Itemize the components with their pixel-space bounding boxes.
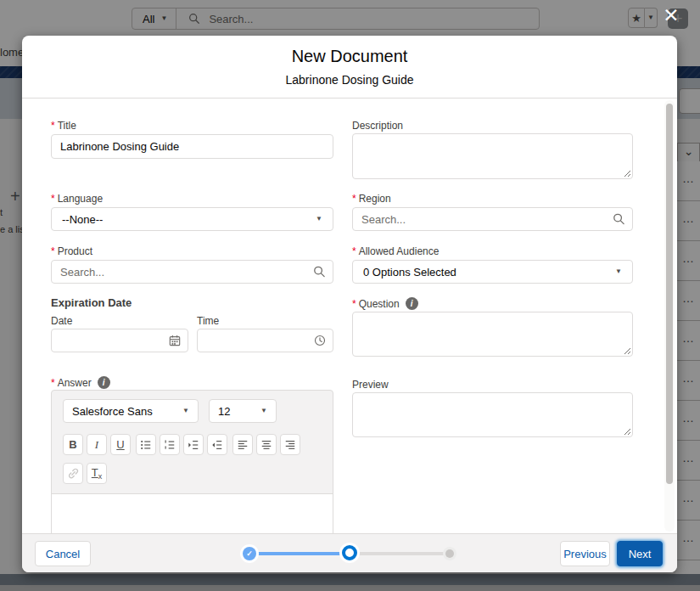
answer-rich-text-editor: Salesforce Sans ▼ 12 ▼ B I U [51,390,333,533]
preview-textarea[interactable] [352,392,633,437]
time-picker-button[interactable] [314,335,326,346]
modal-close-button[interactable]: ✕ [660,3,682,27]
font-size-select[interactable]: 12 ▼ [209,399,277,423]
info-icon[interactable]: i [98,376,110,389]
product-label: * Product [51,245,92,257]
numbered-list-icon [164,439,176,451]
modal-footer: Cancel ✓ Previous Next [22,533,677,572]
description-textarea[interactable] [352,133,633,179]
required-asterisk: * [51,120,55,132]
preview-label: Preview [352,379,389,391]
progress-step-2-current [342,545,357,560]
date-picker-button[interactable] [169,335,181,346]
bulleted-list-icon [140,439,152,451]
progress-connector-complete [253,552,344,555]
page-title: New Document [22,47,677,66]
required-asterisk: * [352,193,356,205]
language-label: * Language [51,193,103,205]
font-family-select[interactable]: Salesforce Sans ▼ [63,399,199,423]
title-input[interactable] [51,134,333,159]
clear-formatting-button[interactable]: Tx [87,463,107,484]
date-label: Date [51,315,72,327]
region-search-input[interactable] [352,207,633,231]
progress-step-3-upcoming [445,549,454,558]
modal-scrollbar-thumb[interactable] [666,104,673,484]
chevron-down-icon: ▼ [615,268,622,275]
allowed-audience-label: * Allowed Audience [352,245,439,257]
required-asterisk: * [51,193,55,205]
description-label: Description [352,120,403,132]
outdent-button[interactable] [207,434,227,455]
required-asterisk: * [352,298,356,310]
search-icon [613,213,625,226]
align-center-button[interactable] [256,434,277,455]
chevron-down-icon: ▼ [316,216,322,222]
answer-content-area[interactable] [52,493,333,533]
required-asterisk: * [51,245,55,257]
search-icon [313,266,326,279]
language-select[interactable]: --None-- ▼ [51,207,333,231]
cancel-button[interactable]: Cancel [35,541,91,566]
title-label: * Title [51,120,76,132]
font-size-value: 12 [218,405,230,418]
info-icon[interactable]: i [406,297,418,310]
time-label: Time [197,315,219,327]
required-asterisk: * [51,377,55,389]
italic-button[interactable]: I [87,434,107,455]
modal-subtitle: Labrinone Dosing Guide [22,73,677,87]
progress-indicator: ✓ [241,545,458,562]
font-family-value: Salesforce Sans [72,405,153,418]
expiration-date-input[interactable] [51,329,188,352]
outdent-icon [211,439,223,451]
allowed-audience-multiselect[interactable]: 0 Options Selected ▼ [352,260,633,284]
align-center-icon [260,439,272,451]
language-value: --None-- [62,213,103,226]
clock-icon [314,335,326,346]
app-screen: All ▼ Search... ★ ▼ + lome [0,0,700,591]
link-icon [67,467,80,480]
question-textarea[interactable] [352,312,633,357]
align-right-icon [284,439,296,451]
chevron-down-icon: ▼ [260,408,267,414]
check-icon: ✓ [246,549,253,558]
bold-button[interactable]: B [63,434,83,455]
align-left-button[interactable] [232,434,253,455]
indent-icon [188,439,199,451]
close-icon: ✕ [663,4,679,26]
numbered-list-button[interactable] [160,434,180,455]
align-right-button[interactable] [280,434,300,455]
chevron-down-icon: ▼ [182,408,189,414]
insert-link-button[interactable] [63,463,83,484]
next-button[interactable]: Next [617,541,663,566]
allowed-audience-value: 0 Options Selected [363,266,456,279]
underline-button[interactable]: U [110,434,131,455]
question-label: * Question i [352,297,418,310]
region-label: * Region [352,193,391,205]
expiration-time-input[interactable] [197,329,333,352]
product-search-input[interactable] [51,260,333,284]
expiration-date-group-label: Expiration Date [51,296,132,309]
clear-formatting-icon: Tx [92,466,102,481]
modal-body: * Title Description * Language [22,98,677,533]
previous-button[interactable]: Previous [560,541,610,566]
align-left-icon [237,439,249,451]
bulleted-list-button[interactable] [136,434,156,455]
calendar-icon [169,335,181,346]
new-document-modal: New Document Labrinone Dosing Guide * Ti… [22,36,677,572]
progress-step-1-complete: ✓ [243,547,256,560]
indent-button[interactable] [183,434,204,455]
modal-header: New Document Labrinone Dosing Guide [22,36,677,98]
required-asterisk: * [352,245,356,257]
progress-connector-incomplete [353,552,445,555]
answer-label: * Answer i [51,376,110,389]
